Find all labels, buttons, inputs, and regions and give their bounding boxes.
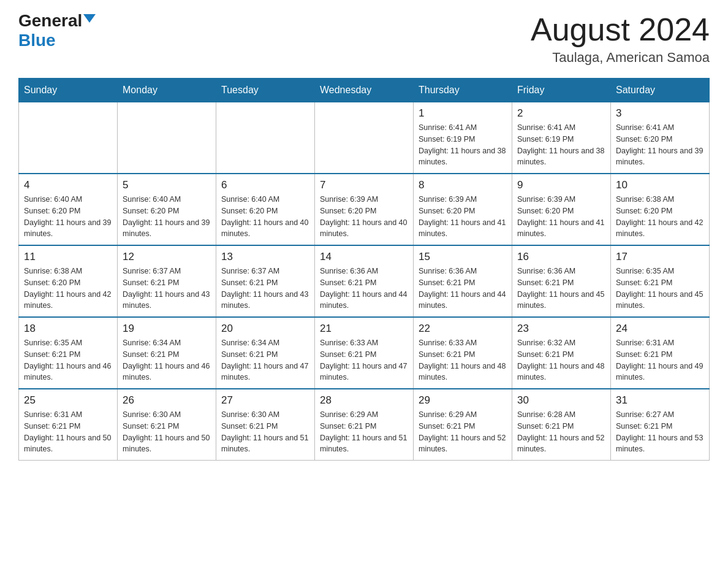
table-row: 23Sunrise: 6:32 AMSunset: 6:21 PMDayligh… <box>512 317 611 389</box>
table-row: 5Sunrise: 6:40 AMSunset: 6:20 PMDaylight… <box>118 174 216 245</box>
day-number: 30 <box>517 394 605 407</box>
day-number: 11 <box>24 251 112 263</box>
day-number: 21 <box>320 323 408 335</box>
header-friday: Friday <box>512 79 611 102</box>
day-number: 12 <box>123 251 211 263</box>
day-number: 26 <box>123 394 211 407</box>
calendar-table: Sunday Monday Tuesday Wednesday Thursday… <box>18 78 710 461</box>
table-row: 6Sunrise: 6:40 AMSunset: 6:20 PMDaylight… <box>216 174 315 245</box>
day-info: Sunrise: 6:41 AMSunset: 6:19 PMDaylight:… <box>419 122 507 168</box>
calendar-week-row: 11Sunrise: 6:38 AMSunset: 6:20 PMDayligh… <box>19 245 710 317</box>
day-info: Sunrise: 6:31 AMSunset: 6:21 PMDaylight:… <box>616 337 704 383</box>
day-number: 25 <box>24 394 112 407</box>
table-row: 16Sunrise: 6:36 AMSunset: 6:21 PMDayligh… <box>512 245 611 317</box>
calendar-week-row: 18Sunrise: 6:35 AMSunset: 6:21 PMDayligh… <box>19 317 710 389</box>
table-row: 30Sunrise: 6:28 AMSunset: 6:21 PMDayligh… <box>512 389 611 461</box>
table-row: 8Sunrise: 6:39 AMSunset: 6:20 PMDaylight… <box>414 174 512 245</box>
table-row: 21Sunrise: 6:33 AMSunset: 6:21 PMDayligh… <box>315 317 414 389</box>
table-row <box>216 102 315 174</box>
header-wednesday: Wednesday <box>315 79 414 102</box>
table-row: 13Sunrise: 6:37 AMSunset: 6:21 PMDayligh… <box>216 245 315 317</box>
day-number: 24 <box>616 323 704 335</box>
calendar-header-row: Sunday Monday Tuesday Wednesday Thursday… <box>19 79 710 102</box>
day-info: Sunrise: 6:40 AMSunset: 6:20 PMDaylight:… <box>24 194 112 240</box>
day-info: Sunrise: 6:36 AMSunset: 6:21 PMDaylight:… <box>419 266 507 312</box>
table-row: 28Sunrise: 6:29 AMSunset: 6:21 PMDayligh… <box>315 389 414 461</box>
table-row <box>118 102 216 174</box>
day-info: Sunrise: 6:40 AMSunset: 6:20 PMDaylight:… <box>221 194 309 240</box>
day-info: Sunrise: 6:41 AMSunset: 6:19 PMDaylight:… <box>517 122 605 168</box>
day-number: 31 <box>616 394 704 407</box>
table-row: 4Sunrise: 6:40 AMSunset: 6:20 PMDaylight… <box>19 174 118 245</box>
day-info: Sunrise: 6:35 AMSunset: 6:21 PMDaylight:… <box>616 266 704 312</box>
day-number: 17 <box>616 251 704 263</box>
table-row: 29Sunrise: 6:29 AMSunset: 6:21 PMDayligh… <box>414 389 512 461</box>
day-number: 5 <box>123 179 211 191</box>
day-number: 6 <box>221 179 309 191</box>
day-number: 9 <box>517 179 605 191</box>
day-info: Sunrise: 6:28 AMSunset: 6:21 PMDaylight:… <box>517 409 605 455</box>
day-number: 10 <box>616 179 704 191</box>
day-number: 16 <box>517 251 605 263</box>
day-number: 4 <box>24 179 112 191</box>
day-info: Sunrise: 6:37 AMSunset: 6:21 PMDaylight:… <box>123 266 211 312</box>
table-row: 2Sunrise: 6:41 AMSunset: 6:19 PMDaylight… <box>512 102 611 174</box>
day-number: 22 <box>419 323 507 335</box>
logo-triangle-icon <box>83 14 96 23</box>
day-info: Sunrise: 6:30 AMSunset: 6:21 PMDaylight:… <box>123 409 211 455</box>
table-row: 3Sunrise: 6:41 AMSunset: 6:20 PMDaylight… <box>611 102 710 174</box>
table-row: 15Sunrise: 6:36 AMSunset: 6:21 PMDayligh… <box>414 245 512 317</box>
table-row: 12Sunrise: 6:37 AMSunset: 6:21 PMDayligh… <box>118 245 216 317</box>
day-number: 2 <box>517 107 605 120</box>
logo: General Blue <box>18 12 96 50</box>
table-row: 17Sunrise: 6:35 AMSunset: 6:21 PMDayligh… <box>611 245 710 317</box>
table-row <box>315 102 414 174</box>
day-info: Sunrise: 6:38 AMSunset: 6:20 PMDaylight:… <box>616 194 704 240</box>
page-header: General Blue August 2024 Taulaga, Americ… <box>18 12 710 66</box>
day-info: Sunrise: 6:32 AMSunset: 6:21 PMDaylight:… <box>517 337 605 383</box>
day-number: 7 <box>320 179 408 191</box>
table-row: 31Sunrise: 6:27 AMSunset: 6:21 PMDayligh… <box>611 389 710 461</box>
day-number: 18 <box>24 323 112 335</box>
day-info: Sunrise: 6:35 AMSunset: 6:21 PMDaylight:… <box>24 337 112 383</box>
day-info: Sunrise: 6:29 AMSunset: 6:21 PMDaylight:… <box>419 409 507 455</box>
table-row: 19Sunrise: 6:34 AMSunset: 6:21 PMDayligh… <box>118 317 216 389</box>
day-info: Sunrise: 6:30 AMSunset: 6:21 PMDaylight:… <box>221 409 309 455</box>
day-number: 27 <box>221 394 309 407</box>
calendar-title: August 2024 <box>531 12 710 47</box>
day-info: Sunrise: 6:34 AMSunset: 6:21 PMDaylight:… <box>221 337 309 383</box>
header-tuesday: Tuesday <box>216 79 315 102</box>
day-info: Sunrise: 6:41 AMSunset: 6:20 PMDaylight:… <box>616 122 704 168</box>
table-row <box>19 102 118 174</box>
header-monday: Monday <box>118 79 216 102</box>
day-info: Sunrise: 6:39 AMSunset: 6:20 PMDaylight:… <box>517 194 605 240</box>
day-number: 13 <box>221 251 309 263</box>
table-row: 1Sunrise: 6:41 AMSunset: 6:19 PMDaylight… <box>414 102 512 174</box>
day-number: 8 <box>419 179 507 191</box>
day-number: 14 <box>320 251 408 263</box>
calendar-week-row: 25Sunrise: 6:31 AMSunset: 6:21 PMDayligh… <box>19 389 710 461</box>
logo-general: General <box>18 12 82 29</box>
table-row: 24Sunrise: 6:31 AMSunset: 6:21 PMDayligh… <box>611 317 710 389</box>
day-info: Sunrise: 6:29 AMSunset: 6:21 PMDaylight:… <box>320 409 408 455</box>
day-info: Sunrise: 6:36 AMSunset: 6:21 PMDaylight:… <box>320 266 408 312</box>
day-info: Sunrise: 6:36 AMSunset: 6:21 PMDaylight:… <box>517 266 605 312</box>
logo-blue: Blue <box>18 31 56 50</box>
day-info: Sunrise: 6:33 AMSunset: 6:21 PMDaylight:… <box>419 337 507 383</box>
day-number: 29 <box>419 394 507 407</box>
header-sunday: Sunday <box>19 79 118 102</box>
calendar-week-row: 4Sunrise: 6:40 AMSunset: 6:20 PMDaylight… <box>19 174 710 245</box>
day-info: Sunrise: 6:33 AMSunset: 6:21 PMDaylight:… <box>320 337 408 383</box>
day-number: 19 <box>123 323 211 335</box>
day-info: Sunrise: 6:39 AMSunset: 6:20 PMDaylight:… <box>320 194 408 240</box>
header-saturday: Saturday <box>611 79 710 102</box>
day-info: Sunrise: 6:31 AMSunset: 6:21 PMDaylight:… <box>24 409 112 455</box>
day-number: 23 <box>517 323 605 335</box>
day-info: Sunrise: 6:34 AMSunset: 6:21 PMDaylight:… <box>123 337 211 383</box>
day-number: 15 <box>419 251 507 263</box>
day-info: Sunrise: 6:37 AMSunset: 6:21 PMDaylight:… <box>221 266 309 312</box>
table-row: 9Sunrise: 6:39 AMSunset: 6:20 PMDaylight… <box>512 174 611 245</box>
table-row: 14Sunrise: 6:36 AMSunset: 6:21 PMDayligh… <box>315 245 414 317</box>
calendar-week-row: 1Sunrise: 6:41 AMSunset: 6:19 PMDaylight… <box>19 102 710 174</box>
day-info: Sunrise: 6:40 AMSunset: 6:20 PMDaylight:… <box>123 194 211 240</box>
